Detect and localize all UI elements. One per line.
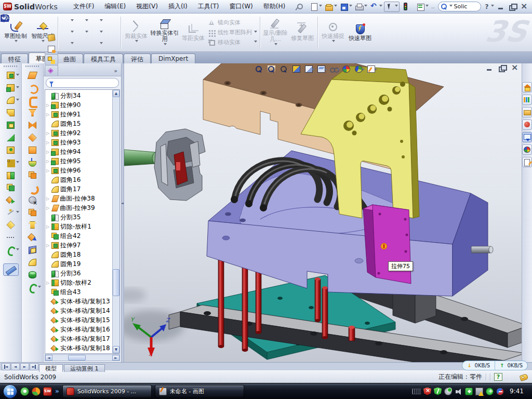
knit-surface-icon[interactable] — [25, 169, 41, 181]
untrim-surface-icon[interactable] — [25, 231, 41, 244]
slot-icon[interactable] — [61, 38, 74, 50]
volume-icon[interactable] — [455, 388, 462, 395]
feature-tree-item[interactable]: 圆角15 — [46, 119, 112, 128]
zoom-area-icon[interactable] — [265, 64, 277, 74]
convert-entities-button[interactable]: 转换实体引用 — [150, 15, 180, 50]
feature-tree-item[interactable]: 分割34 — [46, 91, 112, 100]
feature-tree-item[interactable]: 拉伸90 — [46, 100, 112, 110]
antispyware-icon[interactable] — [496, 388, 504, 395]
feature-tree-item[interactable]: 切除-放样1 — [46, 222, 112, 231]
draft-icon[interactable] — [3, 131, 19, 144]
reference-point-icon[interactable] — [3, 231, 19, 244]
extruded-cut-icon[interactable] — [3, 82, 19, 94]
surface-fillet-icon[interactable] — [25, 256, 41, 269]
expand-arrow-icon[interactable] — [46, 196, 51, 201]
move-copy-body-icon[interactable] — [3, 194, 19, 206]
feature-tree-item[interactable]: 拉伸97 — [46, 241, 112, 250]
tab-mold-tools[interactable]: 模具工具 — [84, 54, 123, 63]
scroll-thumb[interactable] — [113, 269, 119, 296]
boundary-surface-icon[interactable] — [25, 119, 41, 131]
quick-tips-button[interactable]: ? — [494, 373, 502, 381]
menu-item[interactable]: 文件(F) — [68, 1, 99, 12]
expand-arrow-icon[interactable] — [46, 112, 51, 117]
select-cursor-icon[interactable] — [384, 2, 400, 12]
feature-tree-item[interactable]: 拉伸95 — [46, 156, 112, 166]
lofted-surface-icon[interactable] — [25, 107, 41, 119]
sketch-fillet-icon[interactable] — [90, 38, 103, 50]
toolbar-grip[interactable] — [4, 65, 18, 67]
hole-wizard-icon[interactable] — [3, 144, 19, 156]
doc-restore-button[interactable] — [498, 64, 506, 72]
scroll-down-button[interactable] — [113, 346, 119, 353]
quick-snaps-button[interactable]: 快速捕捉 — [320, 15, 347, 50]
model-insert-block[interactable] — [363, 205, 411, 284]
configuration-manager-tab[interactable] — [45, 54, 58, 65]
fillet-icon[interactable] — [3, 94, 19, 107]
close-button[interactable] — [520, 3, 528, 10]
view-palette-icon[interactable] — [522, 132, 532, 142]
solidworks-icon[interactable]: SW — [43, 387, 52, 396]
scroll-thumb[interactable] — [68, 355, 86, 361]
menu-item[interactable]: 视图(V) — [131, 1, 163, 12]
pin-icon[interactable] — [294, 2, 308, 12]
tab-model[interactable]: 模型 — [39, 364, 63, 372]
panel-chevron[interactable]: » — [111, 68, 120, 76]
expand-arrow-icon[interactable] — [46, 168, 51, 173]
scroll-right-button[interactable] — [112, 355, 119, 361]
feature-tree-item[interactable]: 分割35 — [46, 212, 112, 222]
taskbar-button-solidworks[interactable]: SolidWorks 2009 - ... — [62, 385, 152, 397]
tab-dimxpert[interactable]: DimXpert — [151, 54, 195, 63]
trim-entities-button[interactable]: 剪裁实体 — [123, 15, 150, 50]
toolbar-overflow[interactable]: .. — [430, 4, 436, 9]
expand-arrow-icon[interactable] — [46, 131, 51, 136]
sketch-text-icon[interactable] — [105, 27, 117, 38]
feature-tree-item[interactable]: 组合43 — [46, 287, 112, 297]
search-input[interactable]: Solic — [454, 3, 476, 10]
feature-tree-item[interactable]: 拉伸93 — [46, 138, 112, 147]
menu-item[interactable]: 帮助(H) — [258, 1, 290, 12]
menu-item[interactable]: 工具(T) — [193, 1, 224, 12]
feature-tree-item[interactable]: 曲面-拉伸38 — [46, 194, 112, 203]
feature-tree-item[interactable]: 实体-移动/复制17 — [46, 334, 112, 343]
reference-plane-icon[interactable] — [3, 219, 19, 231]
appearances-scenes-icon[interactable] — [522, 144, 532, 155]
section-view-icon[interactable] — [290, 64, 302, 74]
shell-icon[interactable] — [3, 119, 19, 131]
graphics-viewport[interactable]: 拉伸75 Y Z X — [124, 63, 522, 362]
feature-tree-item[interactable]: 圆角18 — [46, 250, 112, 259]
planar-surface-icon[interactable] — [25, 144, 41, 156]
tag-icon[interactable] — [520, 374, 528, 380]
antivirus-alert-icon[interactable] — [423, 388, 431, 395]
tab-features[interactable]: 特征 — [1, 54, 28, 63]
linear-sketch-pattern-button[interactable]: 线性草图阵列 — [208, 28, 257, 37]
revolved-surface-icon[interactable] — [25, 82, 41, 94]
doc-close-button[interactable] — [510, 64, 518, 72]
design-library-icon[interactable] — [522, 95, 532, 105]
feature-tree-item[interactable]: 圆角16 — [46, 175, 112, 184]
display-delete-relations-button[interactable]: 显示/删除几... — [262, 15, 289, 50]
help-dropdown-icon[interactable] — [491, 5, 494, 8]
model-guide-rod[interactable] — [124, 150, 159, 166]
toolbar-grip[interactable] — [25, 65, 40, 67]
selection-box-icon[interactable] — [105, 16, 117, 27]
feature-tree-item[interactable]: 分割36 — [46, 269, 112, 278]
taskbar-button-paint[interactable]: 未命名 - 画图 — [155, 385, 244, 397]
first-tab-button[interactable] — [2, 363, 10, 370]
rapid-sketch-button[interactable]: 快速草图 — [347, 15, 374, 50]
tab-evaluate[interactable]: 评估 — [124, 54, 151, 63]
surface-curve-icon[interactable] — [25, 281, 41, 294]
feature-tree-item[interactable]: 曲面-拉伸39 — [46, 203, 112, 212]
messenger-icon[interactable] — [20, 387, 29, 396]
expand-arrow-icon[interactable] — [46, 206, 51, 210]
feature-tree-item[interactable]: 拉伸96 — [46, 166, 112, 175]
sync-icon[interactable] — [465, 388, 473, 395]
search-box[interactable]: Solic — [438, 2, 481, 11]
help-button[interactable]: ? — [483, 3, 490, 10]
helix-curve-icon[interactable] — [3, 244, 19, 256]
delete-face-icon[interactable] — [25, 194, 41, 206]
menu-item[interactable]: 窗口(W) — [224, 1, 258, 12]
undo-icon[interactable] — [369, 2, 383, 12]
model-slide-part[interactable] — [154, 129, 205, 201]
custom-properties-icon[interactable] — [522, 157, 532, 167]
offset-surface-icon[interactable] — [25, 156, 41, 169]
